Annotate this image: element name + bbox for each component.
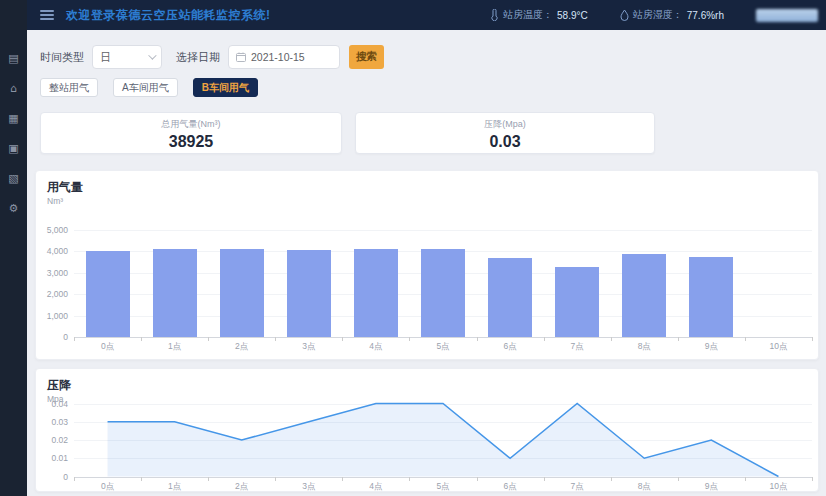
bar-6点 (488, 258, 532, 337)
stat-label: 总用气量(Nm³) (41, 118, 341, 131)
bar-0点 (86, 251, 130, 337)
bar-3点 (287, 250, 331, 337)
date-label: 选择日期 (176, 50, 220, 65)
home-icon[interactable]: ⌂ (5, 80, 23, 98)
x-axis-tick: 8点 (614, 341, 674, 353)
pressure-drop-line-chart-card: 压降 Mpa 00.010.020.030.040点1点2点3点4点5点6点7点… (35, 368, 819, 492)
station-temperature: 站房温度： 58.9°C (490, 8, 588, 22)
gas-usage-bar-chart-card: 用气量 Nm³ 01,0002,0003,0004,0005,0000点1点2点… (35, 170, 819, 360)
humidity-value: 77.6%rh (687, 10, 724, 21)
monitor-icon[interactable]: ▤ (5, 50, 23, 68)
y-axis-tick: 1,000 (36, 311, 68, 321)
bar-chart-plot: 01,0002,0003,0004,0005,0000点1点2点3点4点5点6点… (36, 171, 818, 359)
tab-workshop-b[interactable]: B车间用气 (193, 78, 258, 97)
x-axis-tick: 4点 (346, 341, 406, 353)
user-account-blurred[interactable] (756, 9, 818, 22)
y-axis-tick: 4,000 (36, 246, 68, 256)
bar-5点 (421, 249, 465, 337)
x-axis-tick: 5点 (413, 341, 473, 353)
water-drop-icon (620, 9, 629, 21)
settings-icon[interactable]: ⚙ (5, 200, 23, 218)
tab-workshop-a[interactable]: A车间用气 (113, 78, 178, 97)
y-axis-tick: 3,000 (36, 268, 68, 278)
x-axis-tick: 0点 (78, 341, 138, 353)
y-axis-tick: 5,000 (36, 225, 68, 235)
pressure-drop-line (36, 369, 820, 493)
y-axis-tick: 2,000 (36, 289, 68, 299)
temperature-label: 站房温度： (503, 8, 553, 22)
report-icon[interactable]: ▦ (5, 110, 23, 128)
tab-whole-station[interactable]: 整站用气 (40, 78, 98, 97)
search-button[interactable]: 搜索 (349, 45, 384, 69)
x-axis-tick: 10点 (748, 341, 808, 353)
top-header: 欢迎登录葆德云空压站能耗监控系统! 站房温度： 58.9°C 站房湿度： 77.… (0, 0, 826, 30)
stat-card-pressure-drop: 压降(Mpa) 0.03 (355, 112, 655, 154)
x-axis-tick: 3点 (279, 341, 339, 353)
y-axis-tick: 0 (36, 332, 68, 342)
filter-row: 时间类型 日 选择日期 2021-10-15 搜索 (40, 45, 384, 69)
line-chart-plot: 00.010.020.030.040点1点2点3点4点5点6点7点8点9点10点 (36, 369, 818, 491)
humidity-label: 站房湿度： (633, 8, 683, 22)
x-axis-tick: 2点 (212, 341, 272, 353)
bar-4点 (354, 249, 398, 337)
menu-toggle-icon[interactable] (40, 10, 54, 20)
stat-value: 38925 (41, 133, 341, 151)
bar-1点 (153, 249, 197, 337)
bar-8点 (622, 254, 666, 337)
station-humidity: 站房湿度： 77.6%rh (620, 8, 724, 22)
bar-9点 (689, 257, 733, 337)
x-axis-tick: 1点 (145, 341, 205, 353)
x-axis-tick: 7点 (547, 341, 607, 353)
document-icon[interactable]: ▧ (5, 170, 23, 188)
energy-icon[interactable]: ▣ (5, 140, 23, 158)
calendar-icon (236, 52, 246, 62)
thermometer-icon (490, 9, 499, 21)
stat-value: 0.03 (356, 133, 654, 151)
time-type-value: 日 (100, 50, 148, 65)
time-type-select[interactable]: 日 (92, 45, 162, 69)
bar-2点 (220, 249, 264, 337)
stat-label: 压降(Mpa) (356, 118, 654, 131)
app-title: 欢迎登录葆德云空压站能耗监控系统! (66, 7, 271, 24)
temperature-value: 58.9°C (557, 10, 588, 21)
time-type-label: 时间类型 (40, 50, 84, 65)
sidebar: ▤ ⌂ ▦ ▣ ▧ ⚙ (0, 0, 27, 496)
bar-7点 (555, 267, 599, 337)
date-picker-input[interactable]: 2021-10-15 (228, 45, 340, 69)
date-value: 2021-10-15 (251, 51, 305, 63)
chevron-down-icon (148, 51, 156, 59)
main-content: 时间类型 日 选择日期 2021-10-15 搜索 整站用气 A车间用气 B车间… (27, 30, 826, 496)
x-axis-tick: 6点 (480, 341, 540, 353)
x-axis-tick: 9点 (681, 341, 741, 353)
scope-tabs: 整站用气 A车间用气 B车间用气 (40, 78, 258, 97)
stat-card-total-gas: 总用气量(Nm³) 38925 (40, 112, 342, 154)
